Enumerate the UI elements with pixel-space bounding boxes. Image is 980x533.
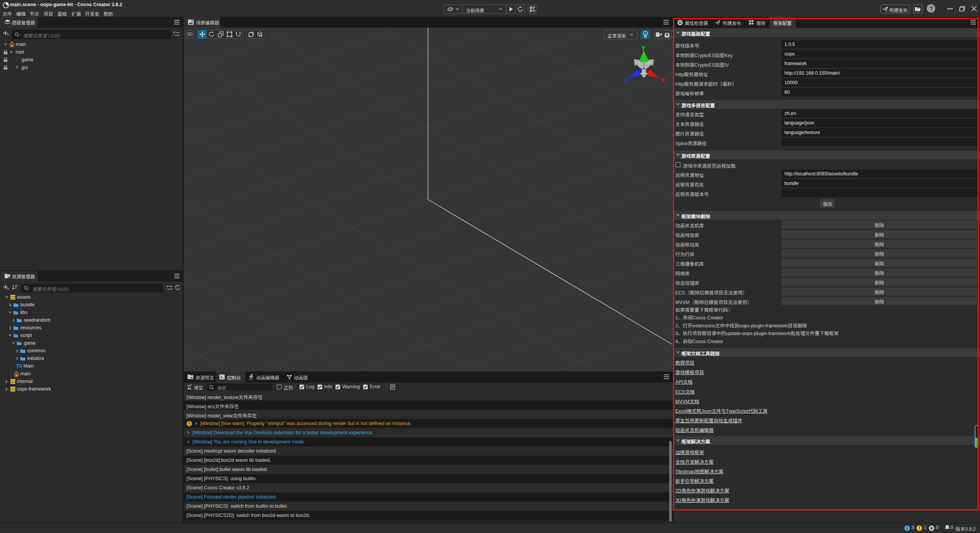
svg-text:X: X bbox=[661, 77, 665, 84]
svg-text:Y: Y bbox=[641, 45, 646, 52]
svg-text:Z: Z bbox=[625, 77, 629, 84]
